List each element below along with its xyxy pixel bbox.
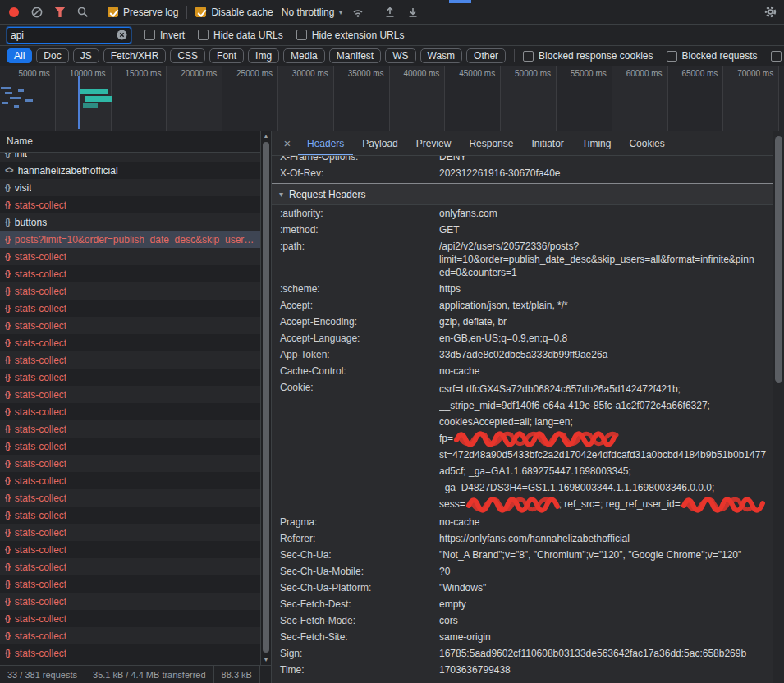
request-row[interactable]: {}visit bbox=[0, 179, 260, 196]
scroll-down-icon[interactable]: ▼ bbox=[261, 657, 271, 662]
request-row[interactable]: {}stats-collect bbox=[0, 248, 260, 265]
tab-initiator[interactable]: Initiator bbox=[522, 131, 572, 155]
request-row[interactable]: {}stats-collect bbox=[0, 524, 260, 541]
header-value: 33d57ade8c02dbc5a333db99ff9ae26a bbox=[439, 346, 784, 363]
import-har-button[interactable] bbox=[383, 5, 397, 20]
request-row[interactable]: {}stats-collect bbox=[0, 369, 260, 386]
type-filter-fetch-xhr[interactable]: Fetch/XHR bbox=[103, 48, 167, 63]
header-name: Cookie: bbox=[272, 379, 439, 514]
gear-icon bbox=[763, 5, 777, 19]
type-filter-css[interactable]: CSS bbox=[170, 48, 205, 63]
type-filter-other[interactable]: Other bbox=[466, 48, 506, 63]
cookie-text: sess= bbox=[439, 496, 465, 512]
request-row[interactable]: {}stats-collect bbox=[0, 558, 260, 575]
scroll-up-icon[interactable]: ▲ bbox=[261, 133, 271, 139]
request-row[interactable]: {}stats-collect bbox=[0, 317, 260, 334]
name-column-header[interactable]: Name bbox=[0, 131, 260, 153]
cookie-text: csrf=LdfcGX4Sa72db06824c657db26a5d142472… bbox=[439, 381, 681, 397]
request-row[interactable]: {}stats-collect bbox=[0, 282, 260, 300]
filter-checkbox-blocked-response-cookies[interactable]: Blocked response cookies bbox=[523, 50, 653, 62]
request-row[interactable]: {}stats-collect bbox=[0, 627, 260, 644]
request-row[interactable]: {}stats-collect bbox=[0, 610, 260, 627]
header-row: Pragma:no-cache bbox=[272, 514, 784, 530]
request-row[interactable]: {}stats-collect bbox=[0, 541, 260, 558]
type-filter-ws[interactable]: WS bbox=[385, 48, 415, 63]
request-row[interactable]: {}stats-collect bbox=[0, 575, 260, 593]
filter-input[interactable] bbox=[11, 30, 117, 41]
header-name: X-Of-Rev: bbox=[272, 165, 439, 181]
disable-cache-checkbox[interactable]: Disable cache bbox=[195, 7, 273, 18]
request-row[interactable]: {}stats-collect bbox=[0, 472, 260, 489]
request-row[interactable]: {}stats-collect bbox=[0, 455, 260, 472]
request-row[interactable]: <>hannahelizabethofficial bbox=[0, 162, 260, 179]
request-row[interactable]: {}stats-collect bbox=[0, 386, 260, 403]
request-row[interactable]: {}stats-collect bbox=[0, 420, 260, 438]
request-row[interactable]: {}stats-collect bbox=[0, 403, 260, 420]
request-row[interactable]: {}buttons bbox=[0, 213, 260, 231]
hide-data-urls-checkbox[interactable]: Hide data URLs bbox=[198, 30, 283, 41]
request-headers-section[interactable]: ▾ Request Headers bbox=[272, 184, 784, 205]
record-button[interactable] bbox=[7, 5, 21, 20]
fetch-icon: {} bbox=[5, 597, 10, 606]
tab-timing[interactable]: Timing bbox=[573, 131, 621, 155]
request-row[interactable]: {}stats-collect bbox=[0, 593, 260, 610]
filter-checkbox-blocked-requests[interactable]: Blocked requests bbox=[667, 50, 758, 62]
invert-checkbox[interactable]: Invert bbox=[144, 30, 185, 41]
clear-filter-icon[interactable] bbox=[117, 30, 127, 40]
scrollbar-thumb[interactable] bbox=[775, 136, 782, 383]
fetch-icon: {} bbox=[5, 649, 10, 658]
request-row[interactable]: {}init bbox=[0, 153, 260, 162]
filter-checkbox-3rd-party-requests[interactable]: 3rd-party requests bbox=[771, 50, 784, 62]
timeline-overview[interactable]: 5000 ms10000 ms15000 ms20000 ms25000 ms3… bbox=[0, 66, 784, 131]
clear-button[interactable] bbox=[30, 5, 44, 20]
type-filter-all[interactable]: All bbox=[7, 48, 32, 63]
close-details-button[interactable]: × bbox=[277, 136, 298, 150]
type-filter-font[interactable]: Font bbox=[209, 48, 244, 63]
checkbox-label: Blocked response cookies bbox=[539, 50, 653, 62]
type-filter-js[interactable]: JS bbox=[73, 48, 99, 63]
cookie-text: ad5cf; _ga=GA1.1.689275447.1698003345; bbox=[439, 463, 631, 479]
request-row[interactable]: {}stats-collect bbox=[0, 334, 260, 351]
tab-cookies[interactable]: Cookies bbox=[620, 131, 673, 155]
tab-preview[interactable]: Preview bbox=[407, 131, 461, 155]
filter-button[interactable] bbox=[53, 5, 67, 20]
scrollbar-thumb[interactable] bbox=[263, 142, 269, 653]
details-tabbar: × HeadersPayloadPreviewResponseInitiator… bbox=[272, 131, 784, 156]
filter-input-box[interactable] bbox=[7, 27, 131, 44]
header-name: App-Token: bbox=[272, 346, 439, 363]
request-row[interactable]: {}stats-collect bbox=[0, 196, 260, 213]
type-filter-wasm[interactable]: Wasm bbox=[420, 48, 463, 63]
request-name: stats-collect bbox=[15, 544, 66, 556]
request-row[interactable]: {}stats-collect bbox=[0, 438, 260, 455]
header-row: :scheme:https bbox=[272, 281, 784, 297]
search-button[interactable] bbox=[76, 5, 90, 20]
request-row[interactable]: {}stats-collect bbox=[0, 644, 260, 662]
fetch-icon: {} bbox=[5, 338, 10, 347]
hide-data-urls-label: Hide data URLs bbox=[213, 30, 283, 41]
network-conditions-button[interactable] bbox=[351, 5, 365, 20]
tab-payload[interactable]: Payload bbox=[353, 131, 406, 155]
checkbox-icon bbox=[198, 30, 209, 40]
preserve-log-checkbox[interactable]: Preserve log bbox=[108, 7, 178, 18]
request-row[interactable]: {}stats-collect bbox=[0, 507, 260, 524]
request-row[interactable]: {}posts?limit=10&order=publish_date_desc… bbox=[0, 231, 260, 248]
details-scrollbar[interactable] bbox=[773, 131, 784, 683]
requests-scrollbar[interactable]: ▲ ▼ bbox=[260, 131, 271, 665]
throttling-dropdown[interactable]: No throttling ▾ bbox=[282, 7, 343, 18]
header-row: Sec-Fetch-Dest:empty bbox=[272, 596, 784, 612]
request-row[interactable]: {}stats-collect bbox=[0, 300, 260, 317]
type-filter-manifest[interactable]: Manifest bbox=[329, 48, 381, 63]
hide-extension-urls-checkbox[interactable]: Hide extension URLs bbox=[296, 30, 405, 41]
request-row[interactable]: {}stats-collect bbox=[0, 265, 260, 282]
tab-headers[interactable]: Headers bbox=[298, 131, 353, 155]
settings-button[interactable] bbox=[763, 5, 777, 20]
type-filter-media[interactable]: Media bbox=[283, 48, 325, 63]
request-row[interactable]: {}stats-collect bbox=[0, 489, 260, 507]
export-har-button[interactable] bbox=[406, 5, 420, 20]
request-row[interactable]: {}stats-collect bbox=[0, 351, 260, 369]
cookie-text: __stripe_mid=9df140f6-e64a-419e-85fc-a1c… bbox=[439, 397, 710, 414]
tab-response[interactable]: Response bbox=[460, 131, 522, 155]
type-filter-img[interactable]: Img bbox=[248, 48, 279, 63]
type-filter-doc[interactable]: Doc bbox=[36, 48, 68, 63]
cookie-line: st=472d48a90d5433bfc2a2d17042e4dfdcafd31… bbox=[439, 447, 773, 463]
